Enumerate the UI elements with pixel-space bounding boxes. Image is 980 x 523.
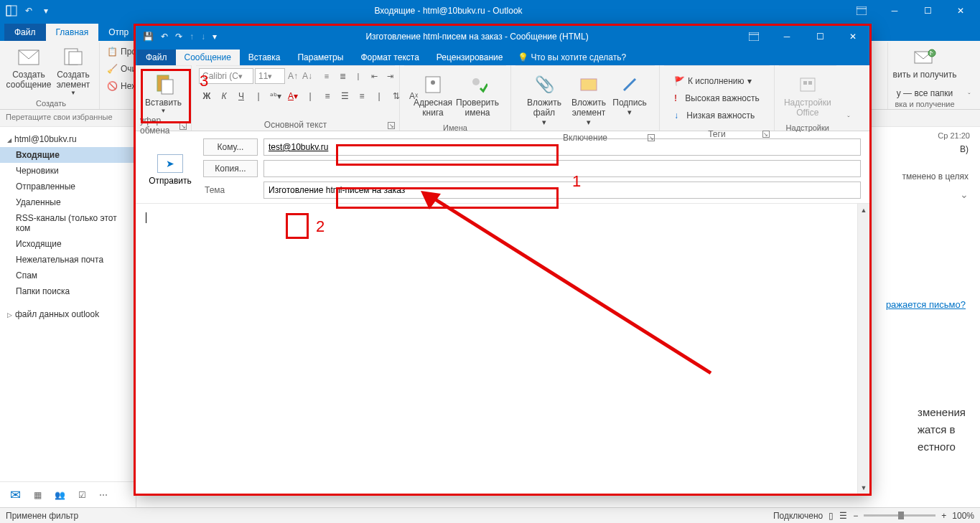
tell-me[interactable]: 💡 Что вы хотите сделать? [518,52,627,65]
ribbon-collapse-icon[interactable]: ˇ [841,65,857,131]
group-include: Включение↘ [515,133,655,143]
annotation-3: 3 [200,72,208,90]
compose-body[interactable]: ▲▼ [136,203,869,494]
more-icon[interactable]: ⋯ [99,490,108,500]
addressbook-button[interactable]: Адресная книга [411,72,454,118]
tab-message[interactable]: Сообщение [176,50,240,65]
undo-icon[interactable]: ↶ [161,32,168,42]
redo-icon[interactable]: ↷ [175,32,182,42]
qat-dropdown-icon[interactable]: ▾ [213,32,217,42]
align-center-icon[interactable]: ☰ [337,88,353,104]
minimize-icon[interactable]: ─ [770,26,803,47]
qat-icon[interactable] [6,5,17,17]
folder-inbox[interactable]: Входящие [0,147,136,163]
cc-button[interactable]: Копия... [203,160,258,177]
tab-file[interactable]: Файл [4,24,46,41]
maximize-icon[interactable]: ☐ [803,26,836,47]
folder-outbox[interactable]: Исходящие [0,236,136,252]
people-icon[interactable]: 👥 [55,490,65,500]
close-icon[interactable]: ✕ [944,0,977,22]
shrink-font-icon[interactable]: A↓ [301,71,314,81]
numbering-icon[interactable]: ≣ [335,68,350,84]
align-left-icon[interactable]: ≡ [319,88,335,104]
ribbon-display-icon[interactable] [737,26,770,47]
checknames-button[interactable]: Проверить имена [456,72,499,118]
group-names: Имена [404,123,506,132]
msg-timestamp: Ср 21:20 [938,131,970,140]
send-button[interactable]: ➤ Отправить [144,138,196,199]
subject-input[interactable] [263,182,861,199]
svg-rect-17 [801,78,815,91]
nav-bar-icons: ✉ ▦ 👥 ☑ ⋯ [0,481,136,507]
group-tags: Теги↘ [664,129,770,139]
align-right-icon[interactable]: ≡ [354,88,370,104]
view-reading-icon[interactable]: ☰ [839,511,847,521]
minimize-icon[interactable]: ─ [878,0,911,22]
highlight-icon[interactable]: ᵃᵇ▾ [268,88,284,104]
paste-button[interactable]: Вставить▼ [144,72,184,114]
font-color-icon[interactable]: A▾ [285,88,301,104]
zoom-in-icon[interactable]: + [941,511,946,521]
mail-icon[interactable]: ✉ [10,487,21,503]
preview-partial1: В) [960,144,969,154]
compose-window: 💾 ↶ ↷ ↑ ↓ ▾ Изготовление html-писем на з… [135,25,870,494]
grow-font-icon[interactable]: A↑ [286,71,299,81]
sendreceive-button[interactable]: вить и получитьу — все папки [892,44,957,98]
indent-icon[interactable]: ⇥ [383,68,397,84]
italic-icon[interactable]: К [216,88,232,104]
next-icon[interactable]: ↓ [201,32,205,42]
addins-button[interactable]: Надстройки Office [786,72,829,118]
save-icon[interactable]: 💾 [143,32,154,42]
font-size-select[interactable]: 11 ▾ [255,68,285,84]
underline-icon[interactable]: Ч [233,88,249,104]
folder-search[interactable]: Папки поиска [0,283,136,299]
svg-rect-12 [162,80,173,94]
account-node[interactable]: html@10bukv.ru [0,131,136,147]
folder-junk[interactable]: Нежелательная почта [0,252,136,268]
tab-review[interactable]: Рецензирование [428,50,512,65]
preview-link[interactable]: ражается письмо? [886,299,966,310]
tab-sendreceive[interactable]: Отпр [98,24,139,41]
prev-icon[interactable]: ↑ [190,32,194,42]
line-spacing-icon[interactable]: ⇅ [388,88,404,104]
to-button[interactable]: Кому... [203,138,258,156]
tasks-icon[interactable]: ☑ [78,490,86,500]
view-normal-icon[interactable]: ▯ [829,511,834,521]
close-icon[interactable]: ✕ [836,26,869,47]
followup-button[interactable]: 🚩К исполнению▾ [671,73,762,89]
compose-titlebar: 💾 ↶ ↷ ↑ ↓ ▾ Изготовление html-писем на з… [136,26,869,47]
bold-icon[interactable]: Ж [199,88,215,104]
tab-format[interactable]: Формат текста [352,50,427,65]
new-mail-button[interactable]: Создать сообщение [7,44,50,90]
folder-sent[interactable]: Отправленные [0,179,136,194]
account2-node[interactable]: файл данных outlook [0,306,136,322]
attachfile-button[interactable]: 📎Вложить файл▾ [523,72,566,127]
tab-home[interactable]: Главная [46,24,99,41]
cc-input[interactable] [263,160,861,177]
folder-deleted[interactable]: Удаленные [0,194,136,210]
tab-file[interactable]: Файл [137,50,176,65]
tab-options[interactable]: Параметры [289,50,352,65]
undo-icon[interactable]: ↶ [23,5,34,17]
signature-button[interactable]: Подпись▾ [612,72,648,117]
bullets-icon[interactable]: ≡ [319,68,334,84]
folder-spam[interactable]: Спам [0,268,136,283]
zoom-slider[interactable] [864,514,935,517]
maximize-icon[interactable]: ☐ [911,0,944,22]
folder-drafts[interactable]: Черновики [0,163,136,179]
preview-chevron-icon[interactable]: ⌄ [960,189,969,200]
outdent-icon[interactable]: ⇤ [367,68,381,84]
ribbon-collapse-icon[interactable]: ˇ [961,42,977,109]
attachitem-button[interactable]: Вложить элемент▾ [567,72,610,127]
lowimportance-button[interactable]: ↓ Низкая важность [671,108,762,123]
qat-dropdown-icon[interactable]: ▾ [40,5,52,17]
annotation-1: 1 [572,172,581,191]
tab-insert[interactable]: Вставка [240,50,289,65]
ribbon-display-icon[interactable] [845,0,878,22]
zoom-out-icon[interactable]: − [853,511,858,521]
calendar-icon[interactable]: ▦ [34,490,42,500]
folder-rss[interactable]: RSS-каналы (только этот ком [0,210,136,236]
new-item-button[interactable]: Создать элемент▼ [52,44,95,96]
highimportance-button[interactable]: ! Высокая важность [671,90,762,106]
body-scrollbar[interactable]: ▲▼ [857,204,869,494]
